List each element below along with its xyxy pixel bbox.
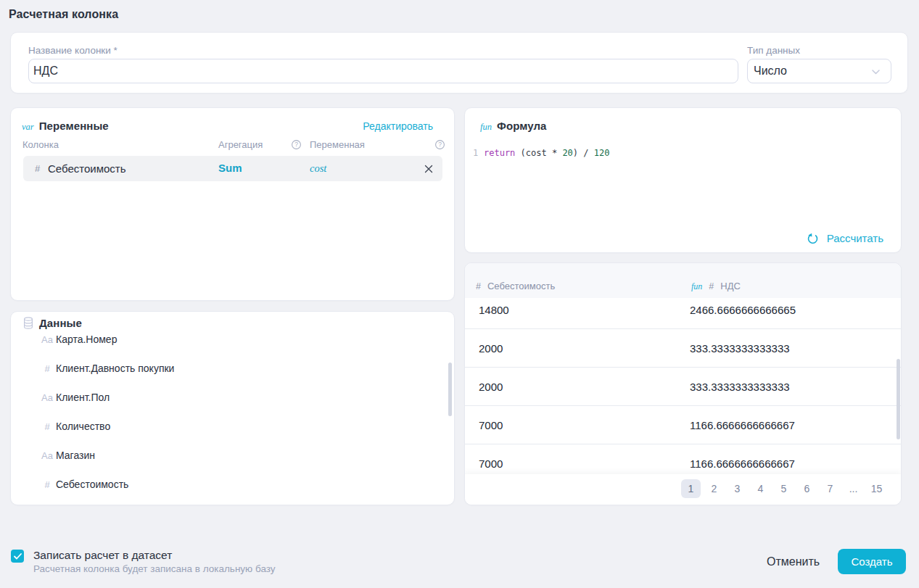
preview-table-header: # Себестоимость fun # НДС bbox=[465, 263, 901, 298]
field-item[interactable]: AaКарта.Номер bbox=[11, 325, 439, 354]
var-badge-icon: var bbox=[22, 122, 34, 133]
variable-row-column: Себестоимость bbox=[48, 162, 126, 175]
variable-row-aggregation[interactable]: Sum bbox=[218, 162, 242, 174]
data-fields-card: Данные AaКарта.Номер #Клиент.Давность по… bbox=[10, 311, 455, 505]
number-type-icon: # bbox=[38, 363, 56, 374]
field-name: Клиент.Давность покупки bbox=[56, 363, 174, 374]
calculate-button[interactable]: Рассчитать bbox=[807, 232, 883, 244]
pagination-bar: 1 2 3 4 5 6 7 ... 15 bbox=[465, 474, 901, 505]
aggregation-help-icon[interactable]: ? bbox=[292, 139, 301, 149]
number-type-icon: # bbox=[38, 421, 56, 432]
svg-text:?: ? bbox=[438, 141, 442, 148]
variable-row: # Себестоимость Sum cost bbox=[23, 156, 442, 181]
variables-header: var Переменные bbox=[22, 120, 109, 133]
preview-table-card: # Себестоимость fun # НДС 14800 2466.666… bbox=[464, 262, 902, 505]
preview-column-name: Себестоимость bbox=[487, 281, 555, 291]
formula-title: Формула bbox=[497, 120, 547, 132]
create-button[interactable]: Создать bbox=[838, 549, 906, 574]
remove-variable-button[interactable] bbox=[419, 160, 438, 178]
cancel-button[interactable]: Отменить bbox=[761, 552, 825, 571]
string-type-icon: Aa bbox=[38, 392, 56, 403]
number-type-icon: # bbox=[35, 163, 40, 174]
page-button-3[interactable]: 3 bbox=[728, 479, 747, 498]
page-button-6[interactable]: 6 bbox=[797, 479, 817, 498]
cell-value: 1166.6666666666667 bbox=[690, 419, 795, 431]
field-name: Количество bbox=[56, 421, 110, 432]
number-type-icon: # bbox=[709, 281, 714, 291]
column-header-aggregation: Агрегация bbox=[218, 139, 263, 150]
data-type-label: Тип данных bbox=[747, 45, 800, 56]
fun-badge-icon: fun bbox=[480, 122, 492, 133]
save-to-dataset-checkbox[interactable] bbox=[11, 550, 24, 563]
formula-header: fun Формула bbox=[480, 120, 547, 133]
data-list-scrollbar[interactable] bbox=[448, 363, 452, 416]
variables-card: var Переменные Редактировать Колонка Агр… bbox=[10, 107, 455, 301]
string-type-icon: Aa bbox=[38, 450, 56, 461]
formula-code: return (cost * 20) / 120 bbox=[484, 146, 609, 160]
page-button-5[interactable]: 5 bbox=[774, 479, 794, 498]
refresh-icon bbox=[807, 232, 819, 244]
field-item[interactable]: AaМагазин bbox=[11, 441, 439, 470]
calculate-label: Рассчитать bbox=[827, 232, 883, 244]
page-title: Расчетная колонка bbox=[9, 8, 118, 21]
preview-column-name: НДС bbox=[720, 281, 741, 291]
field-item[interactable]: #Клиент.Давность покупки bbox=[11, 354, 439, 383]
table-row: 7000 1166.6666666666667 bbox=[465, 444, 901, 476]
column-header-column: Колонка bbox=[22, 139, 59, 150]
variable-row-name[interactable]: cost bbox=[310, 162, 326, 175]
preview-column-result: fun # НДС bbox=[691, 281, 741, 292]
page-button-1[interactable]: 1 bbox=[681, 479, 701, 498]
formula-card: fun Формула 1 return (cost * 20) / 120 Р… bbox=[464, 107, 902, 253]
line-number: 1 bbox=[473, 146, 478, 160]
field-name: Карта.Номер bbox=[56, 334, 117, 345]
cell-value: 333.3333333333333 bbox=[690, 342, 790, 355]
save-to-dataset-label: Записать расчет в датасет bbox=[33, 549, 172, 562]
svg-text:?: ? bbox=[294, 141, 298, 148]
field-item[interactable]: #Себестоимость bbox=[11, 470, 439, 499]
field-item[interactable]: #Количество bbox=[11, 412, 439, 441]
table-row: 7000 1166.6666666666667 bbox=[465, 405, 901, 444]
data-type-value: Число bbox=[754, 65, 787, 78]
number-type-icon: # bbox=[476, 281, 481, 291]
field-item[interactable]: AaКлиент.Пол bbox=[11, 383, 439, 412]
column-name-label: Название колонки * bbox=[28, 45, 118, 56]
cell-value: 7000 bbox=[479, 457, 503, 470]
chevron-down-icon bbox=[872, 70, 880, 75]
cell-value: 2466.6666666666665 bbox=[690, 304, 796, 316]
fun-badge-icon: fun bbox=[691, 281, 702, 292]
field-name: Себестоимость bbox=[56, 479, 128, 490]
variables-title: Переменные bbox=[39, 120, 109, 132]
table-row: 14800 2466.6666666666665 bbox=[465, 298, 901, 328]
page-button-7[interactable]: 7 bbox=[820, 479, 840, 498]
string-type-icon: Aa bbox=[38, 334, 56, 345]
edit-variables-link[interactable]: Редактировать bbox=[363, 120, 433, 132]
cell-value: 14800 bbox=[479, 304, 509, 316]
cell-value: 2000 bbox=[479, 342, 503, 355]
variable-help-icon[interactable]: ? bbox=[435, 139, 445, 149]
preview-table-scrollbar[interactable] bbox=[897, 359, 900, 439]
page-button-15[interactable]: 15 bbox=[867, 479, 886, 498]
check-icon bbox=[14, 553, 22, 560]
save-to-dataset-hint: Расчетная колонка будет записана в локал… bbox=[33, 563, 276, 574]
cell-value: 1166.6666666666667 bbox=[690, 457, 795, 470]
cell-value: 7000 bbox=[479, 419, 503, 431]
preview-column-source: # Себестоимость bbox=[476, 281, 555, 291]
table-row: 2000 333.3333333333333 bbox=[465, 328, 901, 367]
page-button-4[interactable]: 4 bbox=[751, 479, 770, 498]
cell-value: 2000 bbox=[479, 381, 503, 393]
table-row: 2000 333.3333333333333 bbox=[465, 367, 901, 405]
close-icon bbox=[424, 165, 433, 173]
column-name-input[interactable] bbox=[28, 59, 738, 83]
column-header-variable: Переменная bbox=[310, 139, 365, 150]
column-settings-card: Название колонки * Тип данных Число bbox=[10, 32, 908, 94]
formula-editor[interactable]: 1 return (cost * 20) / 120 bbox=[465, 146, 486, 199]
data-type-select[interactable]: Число bbox=[747, 59, 891, 83]
field-name: Магазин bbox=[56, 450, 95, 461]
page-ellipsis[interactable]: ... bbox=[844, 479, 863, 498]
cell-value: 333.3333333333333 bbox=[690, 381, 790, 393]
page-button-2[interactable]: 2 bbox=[704, 479, 724, 498]
field-name: Клиент.Пол bbox=[56, 392, 110, 403]
number-type-icon: # bbox=[38, 479, 56, 490]
